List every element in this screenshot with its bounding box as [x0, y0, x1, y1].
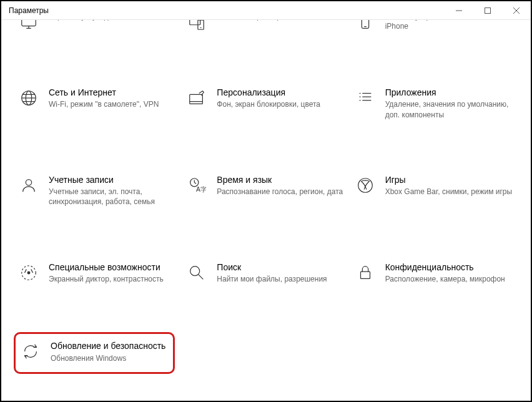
tile-desc: Удаление, значения по умолчанию, доп. ко…	[385, 99, 513, 119]
tile-title: Персонализация	[217, 87, 345, 98]
svg-point-25	[26, 180, 31, 185]
tile-desc: Xbox Game Bar, снимки, режим игры	[385, 187, 513, 197]
tile-desc: Экранный диктор, контрастность	[49, 274, 177, 284]
window-title: Параметры	[9, 6, 49, 15]
tile-title: Время и язык	[217, 174, 345, 185]
settings-grid: Система Экран, звук, уведомления, питани…	[1, 20, 531, 401]
titlebar: Параметры	[1, 1, 531, 20]
svg-rect-4	[22, 20, 36, 26]
tile-desc: Распознавание голоса, регион, дата	[217, 187, 345, 197]
ease-of-access-icon	[19, 263, 39, 283]
highlight-frame: Обновление и безопасность Обновления Win…	[14, 332, 175, 373]
update-icon	[21, 341, 41, 361]
tile-update-security[interactable]: Обновление и безопасность Обновления Win…	[16, 335, 179, 388]
svg-line-28	[195, 182, 197, 184]
svg-rect-1	[485, 7, 491, 13]
tile-title: Сеть и Интернет	[49, 87, 177, 98]
maximize-button[interactable]	[473, 1, 502, 20]
tile-title: Поиск	[217, 262, 345, 273]
tile-desc: Фон, экран блокировки, цвета	[217, 99, 345, 109]
tile-timelang[interactable]: A字 Время и язык Распознавание голоса, ре…	[184, 170, 347, 230]
tile-search[interactable]: Поиск Найти мои файлы, разрешения	[184, 258, 347, 308]
person-icon	[19, 175, 39, 195]
tile-title: Приложения	[385, 87, 513, 98]
svg-rect-35	[360, 272, 370, 278]
devices-icon	[187, 20, 207, 32]
tile-accounts[interactable]: Учетные записи Учетные записи, эл. почта…	[16, 170, 179, 230]
tile-title: Игры	[385, 174, 513, 185]
tile-desc: Обновления Windows	[51, 353, 165, 363]
close-button[interactable]	[502, 1, 531, 20]
time-language-icon: A字	[187, 175, 207, 195]
apps-icon	[355, 88, 375, 108]
tile-network[interactable]: Сеть и Интернет Wi-Fi, режим "в самолете…	[16, 83, 179, 143]
tile-title: Обновление и безопасность	[51, 340, 165, 351]
svg-rect-10	[362, 20, 368, 28]
svg-point-32	[27, 272, 30, 274]
tile-desc: Учетные записи, эл. почта, синхронизация…	[49, 187, 177, 207]
window-controls	[445, 1, 531, 20]
tile-desc: Расположение, камера, микрофон	[385, 274, 513, 284]
tile-desc: Найти мои файлы, разрешения	[217, 274, 345, 284]
tile-devices[interactable]: Устройства Bluetooth, принтеры, мышь	[184, 20, 347, 56]
tile-desc: Bluetooth, принтеры, мышь	[217, 20, 345, 21]
tile-apps[interactable]: Приложения Удаление, значения по умолчан…	[353, 83, 516, 143]
minimize-button[interactable]	[445, 1, 473, 20]
system-icon	[19, 20, 39, 32]
tile-title: Учетные записи	[49, 174, 177, 185]
phone-icon	[355, 20, 375, 32]
svg-text:A字: A字	[196, 186, 206, 193]
tile-ease-of-access[interactable]: Специальные возможности Экранный диктор,…	[16, 258, 179, 308]
tile-title: Специальные возможности	[49, 262, 177, 273]
tile-desc: Wi-Fi, режим "в самолете", VPN	[49, 99, 177, 109]
tile-title: Конфиденциальность	[385, 262, 513, 273]
globe-icon	[19, 88, 39, 108]
tile-personalize[interactable]: Персонализация Фон, экран блокировки, цв…	[184, 83, 347, 143]
svg-rect-7	[190, 20, 200, 25]
lock-icon	[355, 263, 375, 283]
svg-line-34	[199, 275, 204, 280]
svg-point-33	[190, 266, 200, 275]
search-icon	[187, 263, 207, 283]
tile-gaming[interactable]: Игры Xbox Game Bar, снимки, режим игры	[353, 170, 516, 230]
tile-phone[interactable]: Телефон Связать устройство с Android, iP…	[353, 20, 516, 56]
tile-privacy[interactable]: Конфиденциальность Расположение, камера,…	[353, 258, 516, 308]
paint-icon	[187, 88, 207, 108]
xbox-icon	[355, 175, 375, 195]
tile-desc: Связать устройство с Android, iPhone	[385, 20, 513, 31]
tile-system[interactable]: Система Экран, звук, уведомления, питани…	[16, 20, 179, 56]
tile-desc: Экран, звук, уведомления, питание	[49, 20, 177, 21]
svg-rect-17	[190, 95, 203, 104]
